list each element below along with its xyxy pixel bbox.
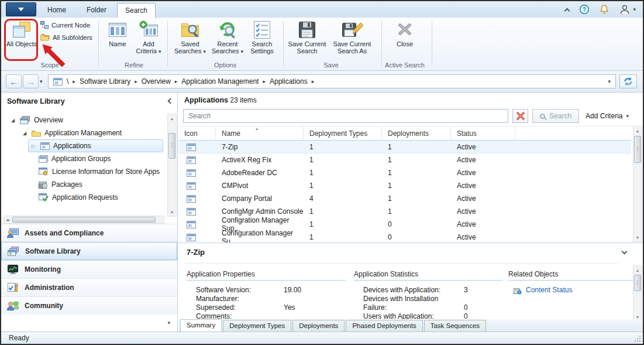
breadcrumb-software-library[interactable]: Software Library bbox=[80, 77, 130, 86]
dropdown-icon: ▾ bbox=[159, 49, 161, 54]
history-dropdown-icon[interactable]: ▾ bbox=[40, 78, 43, 84]
tree-item-license-information[interactable]: License Information for Store Apps bbox=[1, 165, 166, 178]
tab-home[interactable]: Home bbox=[37, 3, 76, 18]
scrollbar-thumb[interactable] bbox=[634, 136, 641, 163]
feedback-menu[interactable]: ▾ bbox=[619, 5, 636, 14]
scroll-down-arrow[interactable]: ▼ bbox=[168, 208, 176, 216]
breadcrumb-separator-icon: ▸ bbox=[73, 78, 75, 84]
details-vertical-scrollbar[interactable]: ▲ ▼ bbox=[633, 265, 642, 322]
table-row[interactable]: AdobeReader DC 1 1 Active bbox=[178, 166, 631, 179]
tree-vertical-scrollbar[interactable]: ▲ ▼ bbox=[167, 114, 177, 217]
workspace-administration[interactable]: Administration bbox=[1, 278, 177, 296]
forward-button[interactable]: → bbox=[23, 74, 39, 88]
workspace-assets-and-compliance[interactable]: Assets and Compliance bbox=[1, 224, 177, 242]
close-active-search-button[interactable]: Close bbox=[387, 19, 422, 60]
application-properties-fields: Software Version:19.00 Manufacturer: Sup… bbox=[196, 286, 349, 321]
cell-status: Active bbox=[451, 153, 515, 166]
tree-item-label: Application Requests bbox=[52, 193, 118, 201]
table-row[interactable]: 7-Zip 1 1 Active bbox=[178, 141, 631, 153]
tree-horizontal-scrollbar[interactable]: ◄ ► bbox=[4, 216, 164, 224]
breadcrumb-application-management[interactable]: Application Management bbox=[181, 77, 259, 86]
tab-search[interactable]: Search bbox=[117, 3, 156, 18]
application-icon bbox=[187, 169, 196, 177]
recent-searches-button[interactable]: Recent Searches ▾ bbox=[211, 19, 244, 60]
breadcrumb-overview[interactable]: Overview bbox=[142, 77, 171, 86]
node-window-icon bbox=[53, 78, 63, 86]
workspace-monitoring[interactable]: Monitoring bbox=[1, 260, 177, 278]
tab-task-sequences[interactable]: Task Sequences bbox=[424, 320, 486, 332]
current-node-button[interactable]: Current Node bbox=[40, 21, 90, 29]
cell-name: ActiveX Reg Fix bbox=[216, 153, 304, 166]
application-menu-button[interactable] bbox=[6, 2, 36, 16]
add-criteria-dropdown[interactable]: Add Criteria ▾ bbox=[583, 112, 631, 120]
table-header-row: ▴ Icon Name Deployment Types Deployments… bbox=[178, 126, 631, 141]
tree-item-application-groups[interactable]: Application Groups bbox=[1, 152, 166, 165]
tree-item-overview[interactable]: ◢ Overview bbox=[1, 114, 166, 127]
field-value: 0 bbox=[464, 303, 468, 312]
save-current-search-button[interactable]: Save Current Search bbox=[288, 19, 326, 60]
expander-icon[interactable]: ▷ bbox=[30, 144, 37, 149]
scroll-up-arrow[interactable]: ▲ bbox=[633, 127, 642, 135]
workspace-community[interactable]: Community bbox=[1, 296, 177, 315]
scrollbar-thumb[interactable] bbox=[634, 275, 641, 291]
scroll-up-arrow[interactable]: ▲ bbox=[168, 114, 176, 122]
workspace-label: Assets and Compliance bbox=[25, 229, 104, 237]
all-subfolders-button[interactable]: All Subfolders bbox=[40, 33, 92, 41]
workspace-software-library[interactable]: Software Library bbox=[1, 242, 177, 260]
column-header-status[interactable]: Status bbox=[451, 127, 515, 140]
table-row[interactable]: Configuration Manager Su... 1 0 Active bbox=[178, 231, 631, 242]
tree-item-application-requests[interactable]: Application Requests bbox=[1, 191, 166, 204]
scroll-up-arrow[interactable]: ▲ bbox=[633, 266, 642, 274]
save-current-search-as-button[interactable]: Save Current Search As bbox=[330, 19, 374, 60]
tab-summary[interactable]: Summary bbox=[180, 319, 222, 332]
search-settings-button[interactable]: Search Settings bbox=[247, 19, 277, 60]
add-criteria-button[interactable]: Add Criteria ▾ bbox=[133, 19, 164, 60]
tab-deployment-types[interactable]: Deployment Types bbox=[223, 320, 291, 332]
workspace-label: Monitoring bbox=[25, 265, 61, 274]
collapse-ribbon-icon[interactable] bbox=[564, 8, 570, 13]
breadcrumb-applications[interactable]: Applications bbox=[270, 77, 308, 86]
scroll-right-arrow[interactable]: ► bbox=[4, 216, 12, 223]
tree-item-packages[interactable]: Packages bbox=[1, 178, 166, 191]
tree-item-applications[interactable]: ▷ Applications bbox=[1, 139, 166, 152]
column-header-icon[interactable]: Icon bbox=[178, 127, 216, 140]
tree-item-application-management[interactable]: ◢ Application Management bbox=[1, 127, 166, 139]
cell-name: Company Portal bbox=[216, 192, 304, 205]
scrollbar-thumb[interactable] bbox=[12, 217, 156, 223]
resize-grip[interactable] bbox=[633, 334, 642, 343]
packages-icon bbox=[39, 180, 48, 189]
notifications-bell-icon[interactable] bbox=[600, 4, 609, 15]
help-icon[interactable]: ? bbox=[579, 4, 590, 15]
workspaces-expander-chevron-icon[interactable]: ▾ bbox=[167, 320, 170, 326]
tab-phased-deployments[interactable]: Phased Deployments bbox=[346, 320, 422, 332]
table-row[interactable]: ActiveX Reg Fix 1 1 Active bbox=[178, 153, 631, 166]
table-row[interactable]: CMPivot 1 1 Active bbox=[178, 179, 631, 192]
clear-search-button[interactable] bbox=[512, 109, 528, 123]
refresh-button[interactable] bbox=[619, 74, 637, 88]
column-header-deployments[interactable]: Deployments bbox=[382, 127, 451, 140]
search-button[interactable]: Search bbox=[532, 109, 579, 123]
tab-folder[interactable]: Folder bbox=[77, 3, 116, 18]
application-icon bbox=[187, 221, 196, 228]
search-settings-label: Search Settings bbox=[247, 40, 277, 54]
name-button[interactable]: Name bbox=[104, 19, 131, 60]
expander-icon[interactable]: ◢ bbox=[9, 118, 16, 123]
tab-deployments[interactable]: Deployments bbox=[292, 320, 345, 332]
scroll-down-arrow[interactable]: ▼ bbox=[633, 233, 642, 241]
scrollbar-thumb[interactable] bbox=[168, 133, 175, 159]
list-vertical-scrollbar[interactable]: ▲ ▼ bbox=[633, 126, 642, 242]
address-dropdown-icon[interactable]: ▾ bbox=[608, 78, 611, 84]
cell-deployment-types: 1 bbox=[304, 231, 382, 242]
details-divider bbox=[185, 263, 618, 264]
saved-searches-button[interactable]: Saved Searches ▾ bbox=[173, 19, 207, 60]
table-row[interactable]: Company Portal 4 1 Active bbox=[178, 192, 631, 205]
column-header-deployment-types[interactable]: Deployment Types bbox=[304, 127, 382, 140]
search-input[interactable] bbox=[183, 109, 508, 123]
column-header-name[interactable]: Name bbox=[216, 127, 304, 140]
breadcrumb-root[interactable]: \ bbox=[67, 77, 68, 86]
add-criteria-label: Add Criteria bbox=[136, 40, 156, 54]
expander-icon[interactable]: ◢ bbox=[21, 131, 28, 136]
content-status-link[interactable]: Content Status bbox=[526, 286, 572, 295]
all-objects-button[interactable]: All Objects bbox=[6, 19, 37, 60]
back-button[interactable]: ← bbox=[6, 74, 22, 88]
